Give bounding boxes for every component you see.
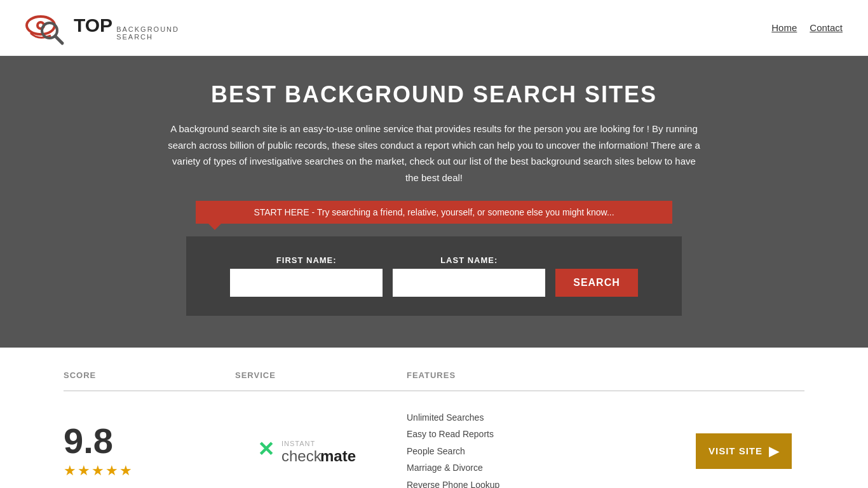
checkmate-logo: ✕ INSTANT check mate [257,432,384,470]
feature-1-3: People Search [407,444,677,458]
svg-line-4 [55,36,62,43]
visit-arrow-1: ▶ [769,444,779,459]
star-3: ★ [92,463,104,479]
feature-1-1: Unlimited Searches [407,410,677,424]
search-button[interactable]: SEARCH [555,269,638,297]
visit-button-1-label: VISIT SITE [709,445,763,456]
logo-sub-line1: BACKGROUND [116,25,179,33]
checkmate-logo-svg: ✕ INSTANT check mate [257,432,384,470]
logo-icon [25,9,69,47]
first-name-group: FIRST NAME: [230,255,383,297]
visit-button-1[interactable]: VISIT SITE ▶ [696,433,792,469]
star-2: ★ [78,463,90,479]
logo-top-text: TOP [74,15,112,36]
search-form: FIRST NAME: LAST NAME: SEARCH [186,236,682,316]
svg-text:INSTANT: INSTANT [281,440,315,447]
first-name-label: FIRST NAME: [230,255,383,265]
results-section: SCORE SERVICE FEATURES 9.8 ★ ★ ★ ★ ★ ✕ I… [0,360,868,488]
service-cell-1: ✕ INSTANT check mate [235,432,407,470]
feature-1-4: Marriage & Divorce [407,461,677,475]
feature-1-5: Reverse Phone Lookup [407,478,677,488]
score-number-1: 9.8 [64,423,113,459]
nav-contact[interactable]: Contact [810,22,843,33]
star-5: ★ [119,463,132,479]
nav-home[interactable]: Home [771,22,797,33]
last-name-group: LAST NAME: [393,255,545,297]
site-header: TOP BACKGROUND SEARCH Home Contact [0,0,868,56]
main-nav: Home Contact [771,22,843,33]
score-cell-1: 9.8 ★ ★ ★ ★ ★ [64,423,235,479]
visit-cell-1: VISIT SITE ▶ [677,433,804,469]
hero-description: A background search site is an easy-to-u… [167,121,701,186]
first-name-input[interactable] [230,269,383,297]
stars-1: ★ ★ ★ ★ ★ [64,463,132,479]
logo-sub-line2: SEARCH [116,33,179,41]
star-4: ★ [105,463,118,479]
last-name-input[interactable] [393,269,545,297]
result-row-1: 9.8 ★ ★ ★ ★ ★ ✕ INSTANT check mate [64,391,804,488]
callout-banner: START HERE - Try searching a friend, rel… [196,201,672,224]
header-features: FEATURES [407,370,804,380]
svg-text:check: check [281,447,322,464]
callout-text: START HERE - Try searching a friend, rel… [254,207,614,217]
table-header: SCORE SERVICE FEATURES [64,360,804,391]
logo[interactable]: TOP BACKGROUND SEARCH [25,9,179,47]
hero-title: BEST BACKGROUND SEARCH SITES [13,81,855,108]
header-service: SERVICE [235,370,407,380]
svg-text:mate: mate [320,447,356,464]
svg-text:✕: ✕ [257,438,275,461]
last-name-label: LAST NAME: [393,255,545,265]
header-score: SCORE [64,370,235,380]
feature-1-2: Easy to Read Reports [407,427,677,441]
hero-section: BEST BACKGROUND SEARCH SITES A backgroun… [0,56,868,348]
features-cell-1: Unlimited Searches Easy to Read Reports … [407,410,677,488]
star-1: ★ [64,463,76,479]
